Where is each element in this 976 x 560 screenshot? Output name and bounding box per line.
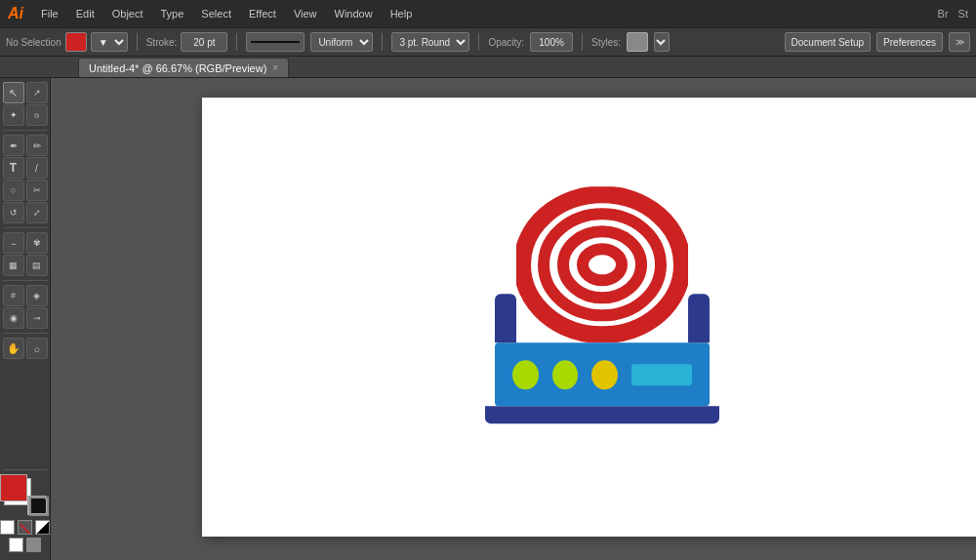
tab-title: Untitled-4* @ 66.67% (RGB/Preview) — [89, 62, 266, 74]
stroke-line-group[interactable] — [246, 32, 305, 52]
toolbar: No Selection ▼ Stroke: Uniform 3 pt. Rou… — [0, 27, 976, 57]
stroke-value-input[interactable] — [181, 32, 227, 52]
bar-graph-tool[interactable]: ▤ — [26, 255, 48, 276]
tool-row-8: ▦ ▤ — [3, 255, 48, 276]
styles-preview[interactable] — [627, 32, 648, 52]
stroke-line-visual — [251, 41, 300, 43]
router-base — [485, 342, 719, 423]
active-fill-box[interactable] — [0, 474, 27, 501]
swatches-row — [0, 520, 50, 535]
active-stroke-box[interactable] — [29, 497, 49, 516]
paintbrush-tool[interactable]: ✂ — [26, 180, 48, 201]
menu-view[interactable]: View — [286, 6, 325, 21]
pen-tool[interactable]: ✒ — [3, 135, 24, 156]
menu-bar: Ai File Edit Object Type Select Effect V… — [0, 0, 976, 27]
router-bottom — [485, 406, 719, 423]
lasso-tool[interactable]: ⌾ — [26, 104, 48, 126]
router-body — [495, 342, 710, 406]
menu-edit[interactable]: Edit — [68, 6, 102, 21]
type-tool[interactable]: T — [3, 157, 24, 179]
extra-options-icon: ≫ — [956, 37, 964, 47]
fill-stroke-boxes — [4, 478, 47, 515]
blend-tool[interactable]: ⌣ — [3, 232, 24, 254]
stroke-inner — [32, 500, 46, 513]
fill-color-swatch[interactable] — [65, 32, 87, 52]
line-tool[interactable]: / — [26, 157, 48, 179]
tab-close-button[interactable]: × — [272, 62, 278, 73]
swatch-white[interactable] — [9, 538, 23, 552]
rotate-tool[interactable]: ↺ — [3, 202, 24, 223]
menu-help[interactable]: Help — [383, 6, 421, 21]
main-area: ↖ ↗ ✦ ⌾ ✒ ✏ T / ○ ✂ ↺ ⤢ ⌣ ✾ ▦ — [0, 78, 976, 560]
select-tool[interactable]: ↖ — [3, 82, 24, 103]
divider-3 — [382, 33, 383, 51]
canvas-area[interactable] — [51, 78, 976, 560]
symbol-tool[interactable]: ✾ — [26, 232, 48, 254]
stroke-uniform-select[interactable]: Uniform — [310, 32, 373, 52]
router-arm-left — [495, 294, 516, 342]
br-icon: Br — [938, 8, 949, 20]
none-swatch[interactable] — [18, 520, 32, 535]
menu-window[interactable]: Window — [327, 6, 381, 21]
document-tab[interactable]: Untitled-4* @ 66.67% (RGB/Preview) × — [78, 58, 289, 77]
selection-group: No Selection ▼ — [6, 32, 128, 52]
gradient-tool[interactable]: ◈ — [26, 285, 48, 306]
tool-separator-1 — [3, 130, 48, 131]
tool-row-2: ✦ ⌾ — [3, 104, 48, 126]
gradient-swatch[interactable] — [35, 520, 50, 535]
magic-wand-tool[interactable]: ✦ — [3, 104, 24, 126]
stroke-cap-select[interactable]: 3 pt. Round — [391, 32, 469, 52]
hand-tool[interactable]: ✋ — [3, 338, 24, 359]
divider-1 — [137, 33, 138, 51]
tool-row-10: ◉ ⊸ — [3, 307, 48, 329]
led-yellow — [591, 360, 618, 389]
swatch-gray[interactable] — [26, 538, 41, 552]
arms-and-rings — [495, 186, 710, 342]
preferences-button[interactable]: Preferences — [876, 32, 943, 52]
color-box-area — [0, 466, 50, 556]
styles-dropdown[interactable]: ▼ — [654, 32, 670, 52]
menu-effect[interactable]: Effect — [241, 6, 284, 21]
tool-row-1: ↖ ↗ — [3, 82, 48, 103]
tool-row-9: # ◈ — [3, 285, 48, 306]
tool-separator-2 — [3, 227, 48, 228]
stroke-group: Stroke: — [146, 32, 228, 52]
menu-select[interactable]: Select — [193, 6, 239, 21]
measure-tool[interactable]: ⊸ — [26, 307, 48, 329]
artboard — [202, 98, 976, 537]
tool-row-7: ⌣ ✾ — [3, 232, 48, 254]
tool-separator-4 — [3, 333, 48, 334]
menu-object[interactable]: Object — [104, 6, 151, 21]
styles-label: Styles: — [591, 37, 621, 48]
document-setup-button[interactable]: Document Setup — [785, 32, 872, 52]
menu-file[interactable]: File — [33, 6, 66, 21]
white-swatch[interactable] — [0, 520, 15, 535]
led-display — [631, 364, 692, 385]
color-swatches-row — [9, 538, 41, 552]
shape-tool[interactable]: ○ — [3, 180, 24, 201]
opacity-input[interactable] — [530, 32, 573, 52]
toolbox: ↖ ↗ ✦ ⌾ ✒ ✏ T / ○ ✂ ↺ ⤢ ⌣ ✾ ▦ — [0, 78, 51, 560]
extra-options-btn[interactable]: ≫ — [949, 32, 970, 52]
mesh-tool[interactable]: # — [3, 285, 24, 306]
stroke-label: Stroke: — [146, 37, 178, 48]
tool-separator-3 — [3, 280, 48, 281]
selection-label: No Selection — [6, 37, 61, 48]
pencil-tool[interactable]: ✏ — [26, 135, 48, 156]
direct-select-tool[interactable]: ↗ — [26, 82, 48, 103]
graph-tool[interactable]: ▦ — [3, 255, 24, 276]
zoom-tool[interactable]: ⌕ — [26, 338, 48, 359]
scale-tool[interactable]: ⤢ — [26, 202, 48, 223]
st-icon: St — [958, 8, 968, 20]
fill-type-select[interactable]: ▼ — [91, 32, 128, 52]
led-green-2 — [552, 360, 579, 389]
divider-4 — [478, 33, 479, 51]
tool-row-5: ○ ✂ — [3, 180, 48, 201]
tool-separator-5 — [3, 469, 48, 470]
divider-2 — [236, 33, 237, 51]
tool-row-6: ↺ ⤢ — [3, 202, 48, 223]
divider-5 — [582, 33, 583, 51]
led-green-1 — [512, 360, 539, 389]
eyedropper-tool[interactable]: ◉ — [3, 307, 24, 329]
menu-type[interactable]: Type — [153, 6, 192, 21]
